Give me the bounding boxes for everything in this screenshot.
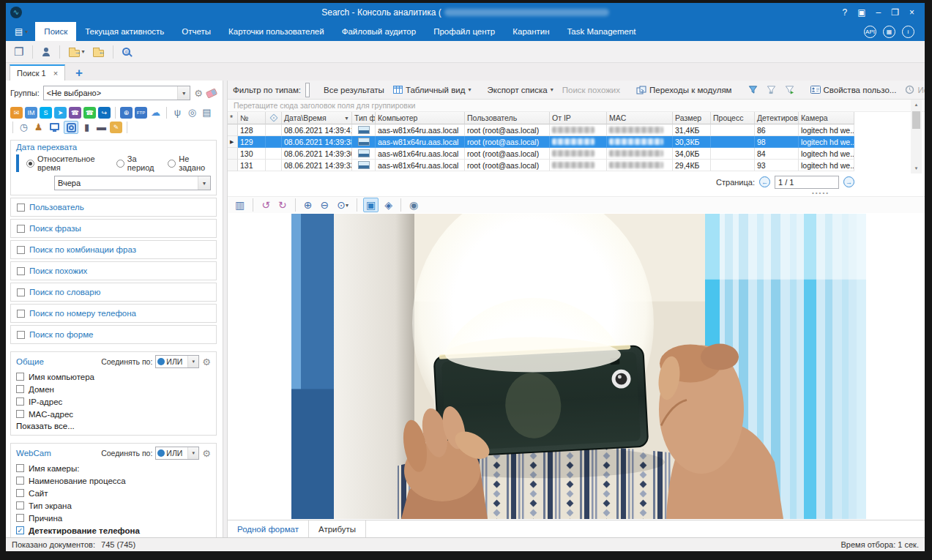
cell-detected[interactable]: 98 [755,136,799,148]
cell-mac[interactable] [607,136,673,148]
help-icon[interactable]: ? [843,7,848,18]
checkbox[interactable] [17,267,25,275]
cell-num[interactable]: 128 [238,124,266,136]
cell-detected[interactable]: 93 [755,160,799,171]
zoom-out-icon[interactable]: ⊖ [318,198,331,212]
cell-ip[interactable] [550,124,607,136]
cell-camera[interactable]: logitech hd we... [799,136,854,148]
column-header-[interactable]: № [238,112,266,124]
export-search-button[interactable]: →▾ [67,45,86,59]
gear-icon[interactable]: ⚙ [194,89,203,98]
cell-user[interactable]: root (root@aas.local) [465,160,550,171]
cell-camera[interactable]: logitech hd we... [799,148,854,160]
menu-tab-карточки-пользователей[interactable]: Карточки пользователей [220,22,333,41]
checkbox[interactable] [17,288,25,296]
chevron-down-icon[interactable]: ▾ [177,86,190,100]
zoom-in-icon[interactable]: ⊕ [302,198,315,212]
ftp-icon[interactable]: FTP [135,107,147,119]
eye-icon[interactable]: ◉ [407,198,420,212]
checkbox[interactable] [17,246,25,254]
add-tab-button[interactable]: + [75,66,83,81]
cell-mac[interactable] [607,160,673,171]
column-header-tag[interactable] [266,112,282,124]
checkbox[interactable]: ✓ [16,526,24,534]
cell-mk[interactable]: ▶ [228,136,238,148]
common-item-имя-компьютера[interactable]: Имя компьютера [16,370,211,383]
checkbox[interactable] [16,477,24,485]
chevron-down-icon[interactable]: ▾ [187,356,198,367]
menu-tab-профайл-центр[interactable]: Профайл центр [425,22,504,41]
cell-type[interactable] [352,124,376,136]
filter-apply-icon[interactable] [746,83,760,96]
cell-datetime[interactable]: 08.06.2021 14:39:36 [282,148,352,160]
windows-button[interactable]: ❐ [12,44,26,60]
rotate-left-icon[interactable]: ↺ [259,198,272,212]
horizontal-splitter[interactable]: ••••• [228,190,925,196]
table-row[interactable]: 13008.06.2021 14:39:36aas-w81x64ru.aas.l… [228,148,854,160]
cell-camera[interactable]: logitech hd we... [799,124,854,136]
cell-tag[interactable] [266,136,282,148]
user-activity-icon[interactable]: ♟ [32,122,45,133]
column-header-mac[interactable]: MAC [607,112,673,124]
search-similar-button[interactable]: Поиск похожих [560,84,622,96]
cell-ip[interactable] [550,148,607,160]
panel-пользователь[interactable]: Пользователь [10,198,217,217]
cell-computer[interactable]: aas-w81x64ru.aas.local [376,124,465,136]
restore-icon[interactable]: ❐ [891,7,899,18]
cell-size[interactable]: 34,0КБ [673,148,711,160]
common-item-домен[interactable]: Домен [16,383,211,395]
join-combo[interactable]: ИЛИ ▾ [155,447,199,460]
menu-tab-task-management[interactable]: Task Management [559,22,645,41]
column-header-камера[interactable]: Камера [799,112,854,124]
column-header-компьютер[interactable]: Компьютер [376,112,465,124]
column-header-тип-фа[interactable]: Тип фа [352,112,376,124]
webcam-item-имя-камеры[interactable]: Имя камеры: [16,462,211,474]
webcam-icon[interactable] [64,121,78,134]
panel-поиск-по-словарю[interactable]: Поиск по словарю [10,283,217,302]
column-header-пользователь[interactable]: Пользователь [465,112,550,124]
panel-поиск-фразы[interactable]: Поиск фразы [10,219,217,238]
filter-clear-icon[interactable] [764,83,778,96]
rotate-right-icon[interactable]: ↻ [276,198,289,212]
checkbox[interactable] [17,310,25,318]
table-view-button[interactable]: Табличный вид ▾ [391,84,474,96]
close-tab-icon[interactable]: × [53,69,58,78]
usb-icon[interactable]: ψ [171,107,184,119]
column-header-размер[interactable]: Размер [673,112,711,124]
monitor-icon[interactable] [47,121,61,134]
cell-computer[interactable]: aas-w81x64ru.aas.local [376,160,465,171]
radio-за-период[interactable]: За период [116,154,159,172]
webcam-item-наименование-процесса[interactable]: Наименование процесса [16,474,211,487]
prev-page-button[interactable]: ← [759,176,770,187]
telegram-icon[interactable]: ➤ [54,107,67,119]
next-page-button[interactable]: → [843,176,854,187]
chevron-down-icon[interactable]: ▾ [198,176,210,190]
show-all-link[interactable]: Показать все... [16,422,211,430]
cell-process[interactable] [711,148,755,160]
common-item-mac-адрес[interactable]: MAC-адрес [16,408,211,420]
titlebar[interactable]: ∿ Search - Консоль аналитика ( ? ▣ – ❐ × [6,3,925,22]
join-combo[interactable]: ИЛИ ▾ [155,355,199,368]
radio-не-задано[interactable]: Не задано [168,154,211,172]
slideshow-icon[interactable]: ◈ [382,198,395,212]
radio-icon[interactable] [116,160,124,168]
checkbox[interactable] [16,489,24,497]
viber-icon[interactable]: ☎ [69,107,81,119]
go-to-modules-button[interactable]: Переходы к модулям [634,84,734,96]
cell-tag[interactable] [266,124,282,136]
minimize-icon[interactable]: – [876,7,881,18]
export-list-button[interactable]: Экспорт списка ▾ [485,84,555,96]
cell-process[interactable] [711,124,755,136]
cell-num[interactable]: 130 [238,148,266,160]
viewer-tab-атрибуты[interactable]: Атрибуты [309,520,366,537]
panel-поиск-похожих[interactable]: Поиск похожих [10,261,217,280]
table-row[interactable]: ▶12908.06.2021 14:39:38aas-w81x64ru.aas.… [228,136,854,148]
cell-computer[interactable]: aas-w81x64ru.aas.local [376,148,465,160]
panel-splitter[interactable] [223,81,228,537]
scroll-thumb[interactable] [912,111,920,129]
gear-icon[interactable]: ⚙ [202,449,211,458]
cell-datetime[interactable]: 08.06.2021 14:39:41 [282,124,352,136]
checkbox[interactable] [17,331,25,339]
app-menu-button[interactable]: ▤ ▾ [6,22,35,41]
api-icon[interactable]: API [864,26,876,38]
